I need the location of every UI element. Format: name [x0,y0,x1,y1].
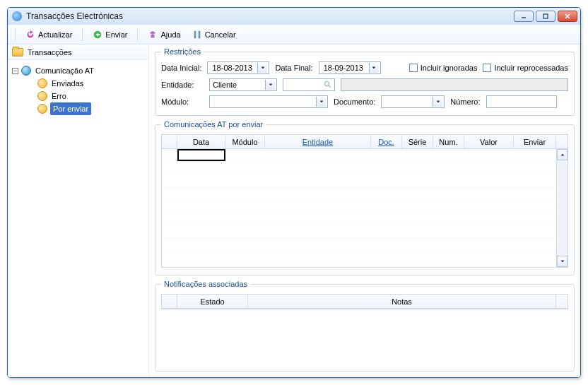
th-num[interactable]: Num. [433,135,464,148]
titlebar: Transacções Electrónicas [8,8,580,25]
help-icon [148,30,158,40]
chevron-down-icon[interactable] [433,97,442,107]
th-blank[interactable] [162,295,177,308]
tree-root-label: Comunicação AT [34,64,95,77]
incluir-reprocessadas-label: Incluir reprocessadas [494,64,568,72]
scroll-up-button[interactable] [557,149,568,160]
svg-rect-5 [151,35,155,37]
sidebar: Transacções − Comunicação AT Enviadas Er… [8,45,149,377]
cancel-icon [192,30,202,40]
notificacoes-table: Estado Notas [161,294,568,309]
globe-icon [21,66,31,76]
restricoes-fieldset: Restrições Data Inicial: 18-08-2013 Data… [155,47,575,116]
chevron-down-icon[interactable] [316,97,326,107]
comunicacoes-table: Data Módulo Entidade Doc. Série Num. Val… [161,134,568,268]
th-scroll-spacer [556,295,568,308]
toolbar-separator [137,28,138,41]
data-final-input[interactable]: 18-09-2013 [319,61,381,74]
minimize-button[interactable] [514,11,534,22]
vertical-scrollbar[interactable] [556,149,568,267]
tree-item-por-enviar[interactable]: Por enviar [11,102,146,115]
incluir-reprocessadas-checkbox[interactable]: Incluir reprocessadas [483,64,568,72]
folder-icon [12,48,23,57]
ajuda-button[interactable]: Ajuda [143,28,184,42]
modulo-label: Módulo: [161,97,204,106]
data-inicial-label: Data Inicial: [161,64,201,72]
tree: − Comunicação AT Enviadas Erro [8,60,148,119]
table-body[interactable] [162,149,568,267]
th-blank[interactable] [162,135,177,148]
actualizar-label: Actualizar [38,30,72,39]
th-estado[interactable]: Estado [177,295,248,308]
entidade-search-input[interactable] [283,78,335,91]
data-inicial-value: 18-08-2013 [212,64,252,72]
chevron-down-icon[interactable] [369,63,379,73]
incluir-ignoradas-label: Incluir ignoradas [421,64,478,72]
th-enviar[interactable]: Enviar [514,135,556,148]
tree-item-label: Erro [50,90,68,102]
tree-item-label: Enviadas [50,77,85,90]
svg-point-8 [325,82,329,86]
window-buttons [514,11,577,22]
cancelar-label: Cancelar [205,30,236,39]
node-icon [37,104,47,114]
maximize-icon [542,13,549,20]
chevron-down-icon[interactable] [257,63,267,73]
enviar-label: Enviar [105,30,127,39]
checkbox-icon [483,64,491,72]
actualizar-button[interactable]: Actualizar [21,28,76,42]
search-icon [324,81,332,89]
th-serie[interactable]: Série [402,135,433,148]
close-icon [564,13,571,20]
entidade-display [341,78,568,91]
notificacoes-legend: Notificações associadas [161,280,250,288]
tree-toggle-icon[interactable]: − [12,68,18,74]
svg-line-9 [329,85,331,88]
app-icon [12,11,22,21]
window-title: Transacções Electrónicas [26,11,514,21]
th-valor[interactable]: Valor [464,135,514,148]
documento-label: Documento: [334,97,375,106]
tree-root[interactable]: − Comunicação AT [11,64,146,77]
active-cell[interactable] [177,149,225,161]
th-entidade[interactable]: Entidade [265,135,371,148]
comunicacoes-fieldset: Comunicações AT por enviar Data Módulo E… [155,120,575,276]
refresh-icon [25,30,35,40]
numero-input[interactable] [486,95,557,108]
notificacoes-fieldset: Notificações associadas Estado Notas [155,280,575,372]
app-window: Transacções Electrónicas Actualizar [7,7,581,378]
table-header: Data Módulo Entidade Doc. Série Num. Val… [162,135,568,149]
main: Restrições Data Inicial: 18-08-2013 Data… [149,45,580,377]
th-modulo[interactable]: Módulo [225,135,265,148]
restricoes-legend: Restrições [161,47,204,56]
tree-item-enviadas[interactable]: Enviadas [11,77,146,90]
table-header: Estado Notas [162,295,568,309]
maximize-button[interactable] [536,11,555,22]
th-notas[interactable]: Notas [248,295,556,308]
ajuda-label: Ajuda [160,30,180,39]
cancelar-button[interactable]: Cancelar [188,28,240,42]
tree-item-label: Por enviar [50,102,91,115]
tree-item-erro[interactable]: Erro [11,90,146,102]
minimize-icon [520,13,527,20]
sidebar-header: Transacções [8,45,148,60]
toolbar-separator [15,28,16,41]
comunicacoes-legend: Comunicações AT por enviar [161,120,266,129]
data-inicial-input[interactable]: 18-08-2013 [207,61,269,74]
node-icon [37,91,47,101]
sidebar-header-label: Transacções [28,48,72,57]
toolbar: Actualizar Enviar Ajuda Cancelar [8,25,580,45]
node-icon [37,78,47,88]
documento-combo[interactable] [381,95,445,108]
incluir-ignoradas-checkbox[interactable]: Incluir ignoradas [409,64,478,72]
svg-rect-7 [198,30,200,38]
th-doc[interactable]: Doc. [371,135,402,148]
chevron-down-icon[interactable] [265,80,275,90]
enviar-button[interactable]: Enviar [88,28,131,42]
checkbox-icon [409,64,418,72]
close-button[interactable] [558,11,577,22]
th-data[interactable]: Data [177,135,225,148]
entidade-combo[interactable]: Cliente [209,78,277,91]
scroll-down-button[interactable] [557,256,568,267]
modulo-combo[interactable] [209,95,328,108]
